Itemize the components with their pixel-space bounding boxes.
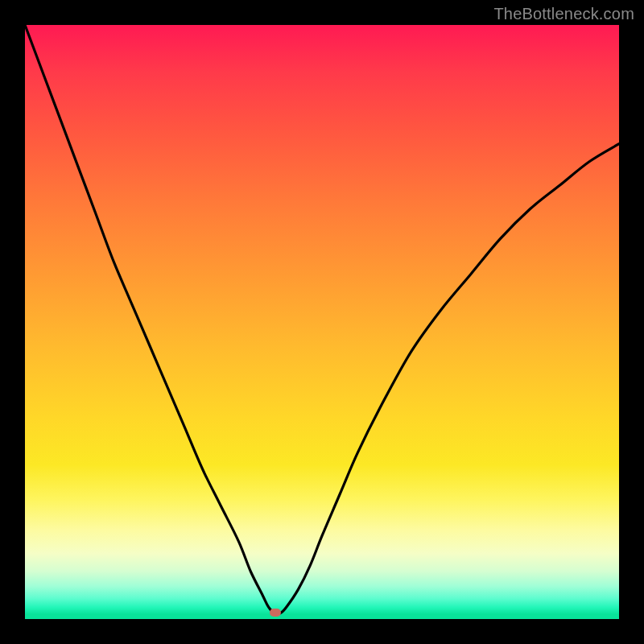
chart-frame: TheBottleneck.com	[0, 0, 644, 644]
optimal-point-marker	[270, 609, 281, 617]
watermark-text: TheBottleneck.com	[493, 5, 634, 23]
bottleneck-curve	[25, 25, 619, 619]
plot-area	[25, 25, 619, 619]
